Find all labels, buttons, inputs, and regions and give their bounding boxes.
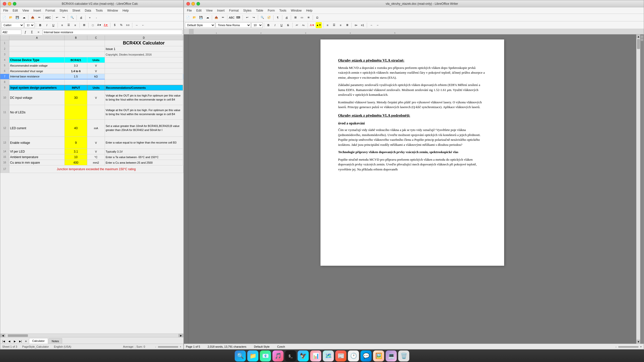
dc-voltage-value[interactable]: 30 xyxy=(65,90,87,105)
writer-save-btn[interactable]: 💾 xyxy=(198,15,204,21)
calc-menu-edit[interactable]: Edit xyxy=(11,8,20,13)
function-wizard-btn[interactable]: ƒ xyxy=(22,29,28,35)
calc-menu-window[interactable]: Window xyxy=(105,8,120,13)
cu-area-unit[interactable]: mm2 xyxy=(87,160,105,165)
vout-range-unit[interactable]: V xyxy=(87,68,105,74)
cell-reference-input[interactable]: A$2 xyxy=(1,30,21,35)
save-btn[interactable]: 💾 xyxy=(14,15,20,21)
calc-menu-styles[interactable]: Styles xyxy=(58,8,70,13)
zoom-out-btn-writer[interactable]: - xyxy=(616,345,617,348)
writer-align-center-btn[interactable]: ☰ xyxy=(331,22,337,28)
base-resistance-value[interactable]: 1.5 xyxy=(65,74,87,79)
formula-equal-btn[interactable]: = xyxy=(35,29,42,35)
dc-voltage-label[interactable]: DC input voltage xyxy=(9,90,65,105)
find-btn[interactable]: 🔍 xyxy=(69,15,75,21)
writer-undo-btn[interactable]: ↩ xyxy=(244,15,250,21)
add-sheet-button[interactable]: + xyxy=(23,339,28,344)
h-scroll-thumb[interactable] xyxy=(8,334,28,337)
dc-voltage-unit[interactable]: V xyxy=(87,90,105,105)
bcr421-header[interactable]: BCR421 xyxy=(65,57,87,63)
writer-close-button[interactable] xyxy=(186,2,190,6)
base-resistance-label[interactable]: Internal base resistance xyxy=(9,74,65,79)
writer-save-remote-btn[interactable]: ☁ xyxy=(205,15,211,21)
writer-find-btn[interactable]: 🔍 xyxy=(259,15,265,21)
writer-menu-styles[interactable]: Styles xyxy=(241,8,254,13)
calc-menu-sheet[interactable]: Sheet xyxy=(70,8,82,13)
align-left-btn[interactable]: ≡ xyxy=(59,22,65,28)
v-scroll-track[interactable] xyxy=(636,38,640,340)
writer-nonprint-btn[interactable]: ¶ xyxy=(275,15,281,21)
sheet-tab-calculator[interactable]: Calculator xyxy=(29,338,48,344)
writer-num-list-btn[interactable]: ≡1 xyxy=(359,22,366,28)
decimal-btn[interactable]: 0.0 xyxy=(125,22,131,28)
italic-btn[interactable]: I xyxy=(44,22,50,28)
bg-color-btn[interactable]: A▼ xyxy=(96,22,102,28)
v-scroll-down[interactable]: ▼ xyxy=(636,340,640,344)
writer-align-left-btn[interactable]: ≡ xyxy=(325,22,331,28)
decrease-indent-btn[interactable]: ← xyxy=(140,22,146,28)
print-btn[interactable]: 🖨 xyxy=(78,15,84,21)
open-btn[interactable]: 📂 xyxy=(8,15,14,21)
bold-btn[interactable]: B xyxy=(37,22,43,28)
calc-window-controls[interactable] xyxy=(3,2,16,6)
input-header[interactable]: INPUT xyxy=(65,85,87,90)
h-scrollbar[interactable]: ◀ ▶ xyxy=(0,334,183,337)
num-leds-label[interactable]: No of LEDs xyxy=(9,105,65,120)
calc-menu-view[interactable]: View xyxy=(20,8,31,13)
increase-indent-btn[interactable]: → xyxy=(134,22,140,28)
calc-close-button[interactable] xyxy=(3,2,6,6)
edit-btn[interactable]: ✏ xyxy=(36,15,42,21)
writer-v-scrollbar[interactable]: ▲ ▼ xyxy=(636,34,640,344)
writer-menu-view[interactable]: View xyxy=(204,8,215,13)
h-scroll-right[interactable]: ▶ xyxy=(178,334,183,337)
calc-menu-insert[interactable]: Insert xyxy=(31,8,43,13)
tab-nav-prev[interactable]: ◀ xyxy=(7,339,12,344)
writer-list-btn[interactable]: ≡• xyxy=(353,22,359,28)
calc-menu-file[interactable]: File xyxy=(1,8,10,13)
vout-range-label[interactable]: Recommended Vout range xyxy=(9,68,65,74)
writer-highlight-btn[interactable]: ▲▼ xyxy=(316,22,322,28)
right-panel-btn2[interactable] xyxy=(641,38,643,41)
zoom-in-btn-writer[interactable]: + xyxy=(640,345,642,348)
redo-btn[interactable]: ↪ xyxy=(60,15,66,21)
calc-maximize-button[interactable] xyxy=(13,2,16,6)
writer-strikeout-btn[interactable]: S xyxy=(285,22,291,28)
writer-new-btn[interactable]: 📄 xyxy=(185,15,191,21)
dock-photos[interactable]: 🖼️ xyxy=(373,350,384,361)
writer-indent-less-btn[interactable]: ← xyxy=(375,22,381,28)
vf-led-unit[interactable]: V xyxy=(87,149,105,154)
cu-area-label[interactable]: Cu area in mm square xyxy=(9,160,65,165)
dock-desktop[interactable]: 💻 xyxy=(386,350,397,361)
writer-font-selector[interactable]: Times New Roma xyxy=(216,22,251,28)
writer-subscript-btn[interactable]: A₂ xyxy=(300,22,306,28)
calc-menu-data[interactable]: Data xyxy=(83,8,93,13)
writer-bold-btn[interactable]: B xyxy=(265,22,271,28)
spellcheck-btn[interactable]: ABC xyxy=(45,15,51,21)
writer-autocorrect-btn[interactable]: ⌨ xyxy=(235,15,241,21)
writer-indent-more-btn[interactable]: → xyxy=(368,22,374,28)
enable-voltage-label[interactable]: Recommended enable voltage xyxy=(9,63,65,68)
calc-minimize-button[interactable] xyxy=(8,2,11,6)
writer-minimize-button[interactable] xyxy=(191,2,195,6)
writer-justify-btn[interactable]: ≣ xyxy=(344,22,350,28)
enable-voltage-value[interactable]: 3.3 xyxy=(65,63,87,68)
writer-pdf-btn[interactable]: 📤 xyxy=(213,15,219,21)
border-btn[interactable]: □ xyxy=(90,22,96,28)
dock-skype[interactable]: 💬 xyxy=(360,350,372,361)
enable-voltage-unit[interactable]: V xyxy=(87,63,105,68)
dock-browser[interactable]: 🦅 xyxy=(298,350,309,361)
pdf-btn[interactable]: 📤 xyxy=(30,15,36,21)
base-resistance-unit[interactable]: kΩ xyxy=(87,74,105,79)
device-type-header[interactable]: Choose Device Type xyxy=(9,57,65,63)
underline-btn[interactable]: U xyxy=(50,22,56,28)
writer-menu-file[interactable]: File xyxy=(185,8,194,13)
units-header2[interactable]: Units xyxy=(87,85,105,90)
currency-btn[interactable]: $ xyxy=(112,22,118,28)
writer-open-btn[interactable]: 📂 xyxy=(191,15,197,21)
new-btn[interactable]: 📄 xyxy=(1,15,7,21)
writer-zoom-track[interactable] xyxy=(618,346,638,348)
font-color-btn[interactable]: A▼ xyxy=(103,22,109,28)
font-size-selector[interactable]: 11 xyxy=(24,22,34,28)
writer-align-right-btn[interactable]: ≡ xyxy=(338,22,344,28)
recommendations-header[interactable]: Recommendations/Comments xyxy=(105,85,183,90)
